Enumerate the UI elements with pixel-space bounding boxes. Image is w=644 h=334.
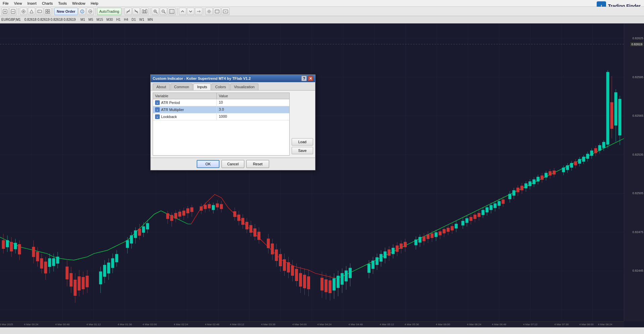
cell-value-1[interactable]: 10 [217, 99, 289, 106]
svg-rect-161 [246, 222, 248, 229]
cell-variable-1: v ATR Period [153, 99, 217, 106]
svg-rect-269 [502, 200, 504, 204]
timeframe-w1[interactable]: W1 [138, 17, 146, 22]
tab-about[interactable]: About [153, 84, 170, 90]
toolbar: New Order AutoTrading [0, 7, 644, 16]
menu-tools[interactable]: Tools [57, 1, 68, 6]
chart-canvas[interactable] [0, 23, 624, 321]
timeframe-m30[interactable]: M30 [105, 17, 114, 22]
toolbar-btn-down[interactable] [187, 8, 194, 15]
tab-visualization[interactable]: Visualization [230, 84, 258, 90]
svg-rect-245 [451, 226, 453, 230]
toolbar-btn-6[interactable] [44, 8, 51, 15]
timeframe-m1[interactable]: M1 [79, 17, 87, 22]
toolbar-btn-10[interactable] [133, 8, 140, 15]
toolbar-btn-4[interactable] [28, 8, 35, 15]
menu-help[interactable]: Help [89, 1, 100, 6]
cancel-button[interactable]: Cancel [221, 160, 244, 168]
svg-rect-175 [279, 254, 282, 266]
svg-rect-237 [435, 232, 437, 237]
table-row-3[interactable]: v Lookback 1000 [153, 113, 289, 120]
svg-rect-111 [107, 263, 110, 273]
x-label-12: 4 Mar 04:48 [348, 323, 363, 326]
svg-rect-135 [179, 212, 181, 217]
svg-rect-321 [614, 93, 617, 125]
toolbar-btn-more[interactable] [221, 8, 230, 15]
svg-rect-129 [166, 214, 169, 219]
svg-rect-241 [443, 229, 445, 233]
tab-common[interactable]: Common [170, 84, 193, 90]
toolbar-btn-zoom-out[interactable] [160, 8, 167, 15]
toolbar-btn-settings[interactable] [205, 8, 213, 15]
toolbar-btn-5[interactable] [36, 8, 43, 15]
toolbar-btn-templates[interactable] [213, 8, 221, 15]
cell-value-2[interactable]: 3.0 [217, 106, 289, 113]
toolbar-btn-3[interactable] [20, 8, 27, 15]
toolbar-btn-11[interactable] [141, 8, 149, 15]
toolbar-btn-up[interactable] [179, 8, 186, 15]
timeframe-mn[interactable]: MN [146, 17, 154, 22]
menu-bar: File View Insert Charts Tools Window Hel… [0, 0, 644, 7]
x-label-17: 4 Mar 06:48 [492, 323, 506, 326]
svg-rect-247 [455, 224, 457, 228]
toolbar-btn-8[interactable] [87, 8, 94, 15]
svg-rect-173 [275, 249, 278, 261]
svg-rect-149 [212, 205, 215, 210]
table-row-1[interactable]: v ATR Period 10 [153, 99, 289, 106]
save-button[interactable]: Save [292, 147, 313, 154]
column-variable: Variable [153, 93, 217, 99]
x-axis: 3 Mar 2025 4 Mar 00:24 4 Mar 00:48 4 Mar… [0, 321, 624, 327]
toolbar-btn-scale[interactable] [168, 8, 176, 15]
ok-button[interactable]: OK [197, 160, 219, 168]
svg-rect-319 [610, 102, 613, 128]
x-label-15: 4 Mar 06:00 [436, 323, 450, 326]
toolbar-btn-zoom-in[interactable] [152, 8, 159, 15]
svg-rect-227 [414, 240, 417, 245]
cell-value-3[interactable]: 1000 [217, 113, 289, 120]
load-button[interactable]: Load [292, 138, 313, 146]
timeframe-h4[interactable]: H4 [122, 17, 130, 22]
tab-colors[interactable]: Colors [211, 84, 230, 90]
svg-rect-231 [423, 236, 425, 241]
menu-file[interactable]: File [1, 1, 10, 6]
dialog-close-button[interactable]: ✕ [308, 76, 313, 81]
svg-rect-79 [18, 244, 21, 254]
menu-insert[interactable]: Insert [26, 1, 38, 6]
y-label-3: 0.82565 [632, 114, 643, 117]
svg-line-29 [156, 12, 157, 13]
toolbar-btn-7[interactable] [79, 8, 86, 15]
toolbar-btn-chart-shift[interactable] [195, 8, 202, 15]
svg-point-39 [208, 10, 210, 12]
menu-charts[interactable]: Charts [41, 1, 54, 6]
timeframe-m15[interactable]: M15 [95, 17, 104, 22]
inputs-table: Variable Value v ATR Period 10 [153, 93, 290, 156]
autotrading-button[interactable]: AutoTrading [97, 8, 122, 15]
tab-inputs[interactable]: Inputs [193, 84, 211, 90]
timeframe-m5[interactable]: M5 [87, 17, 95, 22]
new-order-button[interactable]: New Order [54, 8, 78, 15]
toolbar-btn-9[interactable] [125, 8, 132, 15]
menu-view[interactable]: View [13, 1, 23, 6]
svg-rect-12 [46, 9, 47, 11]
timeframe-h1[interactable]: H1 [115, 17, 122, 22]
x-label-6: 4 Mar 02:24 [174, 323, 188, 326]
svg-rect-133 [175, 213, 177, 219]
toolbar-btn-1[interactable] [1, 8, 9, 15]
timeframe-d1[interactable]: D1 [130, 17, 137, 22]
svg-rect-115 [115, 254, 118, 262]
svg-rect-223 [400, 244, 402, 249]
toolbar-btn-2[interactable] [9, 8, 17, 15]
svg-rect-233 [427, 234, 429, 239]
y-label-2: 0.82595 [632, 75, 643, 79]
menu-window[interactable]: Window [71, 1, 87, 6]
toolbar-separator-1 [18, 8, 18, 15]
svg-rect-113 [111, 259, 114, 268]
svg-rect-295 [562, 168, 565, 172]
variable-name-3: Lookback [161, 115, 177, 119]
svg-rect-211 [376, 258, 378, 265]
reset-button[interactable]: Reset [246, 160, 269, 168]
table-row-2[interactable]: v ATR Multiplier 3.0 [153, 106, 289, 113]
dialog-help-button[interactable]: ? [301, 76, 307, 81]
svg-rect-221 [396, 246, 398, 252]
svg-rect-219 [392, 248, 394, 254]
